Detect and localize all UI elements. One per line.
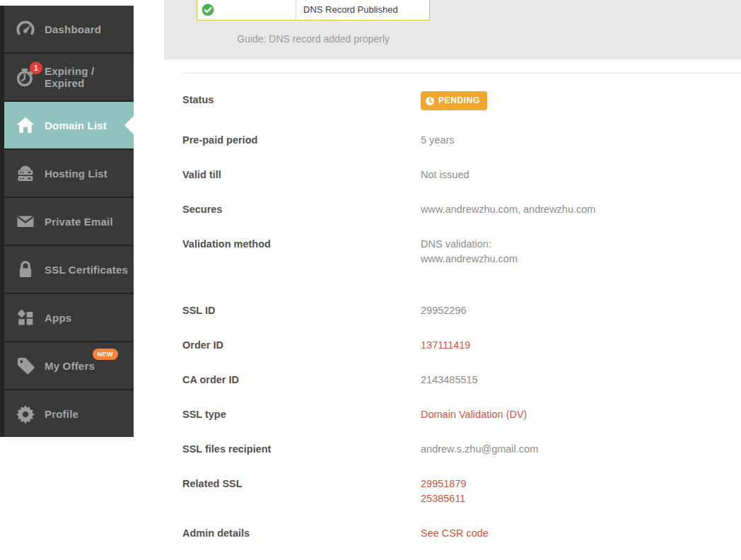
order-id-link[interactable]: 137111419	[421, 338, 470, 353]
detail-row-validation-method: Validation method DNS validation: www.an…	[182, 237, 727, 267]
sidebar-item-label: Domain List	[45, 119, 107, 132]
sidebar-item-label: My Offers	[45, 360, 95, 372]
clock-icon	[425, 96, 435, 106]
detail-row-ssl-id: SSL ID 29952296	[182, 303, 727, 318]
detail-label: Status	[182, 93, 421, 110]
envelope-icon	[15, 211, 36, 232]
sidebar-item-profile[interactable]: Profile	[4, 390, 134, 437]
server-icon	[15, 163, 36, 184]
detail-label: Admin details	[182, 526, 421, 541]
expiring-count-badge: 1	[30, 62, 42, 74]
sidebar-item-label: Apps	[45, 312, 71, 324]
validation-method-line: DNS validation:	[421, 237, 518, 252]
notification-panel: DNS Record Published Guide: DNS record a…	[164, 0, 741, 59]
detail-label: Order ID	[182, 338, 421, 353]
status-badge-text: PENDING	[438, 93, 480, 108]
detail-value: andrew.s.zhu@gmail.com	[421, 442, 538, 457]
detail-row-status: Status PENDING	[182, 93, 727, 110]
detail-value: DNS validation: www.andrewzhu.com	[421, 237, 518, 267]
home-icon	[15, 115, 36, 136]
divider	[182, 73, 741, 74]
detail-row-related-ssl: Related SSL 29951879 25385611	[182, 477, 727, 506]
sidebar-item-hosting-list[interactable]: Hosting List	[4, 150, 134, 197]
lock-icon	[15, 259, 36, 280]
detail-label: Related SSL	[182, 477, 421, 506]
detail-label: Pre-paid period	[182, 133, 421, 148]
see-csr-code-link[interactable]: See CSR code	[421, 526, 489, 541]
detail-label: Validation method	[182, 237, 421, 267]
detail-label: SSL type	[182, 407, 421, 422]
detail-value: Not issued	[421, 168, 469, 182]
detail-row-order-id: Order ID 137111419	[182, 338, 727, 353]
sidebar-item-private-email[interactable]: Private Email	[4, 198, 134, 245]
sidebar-item-dashboard[interactable]: Dashboard	[4, 6, 134, 52]
detail-row-secures: Secures www.andrewzhu.com, andrewzhu.com	[182, 202, 727, 217]
ssl-details: Status PENDING Pre-paid period 5 years V…	[182, 93, 727, 560]
ssl-type-link[interactable]: Domain Validation (DV)	[421, 407, 527, 422]
detail-row-ssl-files-recipient: SSL files recipient andrew.s.zhu@gmail.c…	[182, 442, 727, 457]
status-badge: PENDING	[421, 91, 487, 110]
gear-icon	[15, 403, 36, 424]
app-root: Dashboard 1 Expiring / Expired Domain Li…	[0, 0, 741, 560]
sidebar-item-ssl-certificates[interactable]: SSL Certificates	[4, 246, 134, 293]
sidebar-item-domain-list[interactable]: Domain List	[4, 102, 134, 148]
detail-label: Secures	[182, 202, 421, 217]
detail-row-ssl-type: SSL type Domain Validation (DV)	[182, 407, 727, 422]
detail-label: SSL ID	[182, 303, 421, 318]
detail-label: Valid till	[182, 168, 421, 182]
detail-value: 29952296	[421, 303, 467, 318]
sidebar-item-label: SSL Certificates	[45, 264, 128, 276]
green-check-icon	[202, 4, 214, 16]
dns-status-row: DNS Record Published	[197, 0, 430, 21]
sidebar-item-label: Profile	[45, 408, 78, 420]
detail-value: 2143485515	[421, 373, 478, 387]
sidebar-item-label: Hosting List	[45, 168, 107, 180]
detail-row-admin-details: Admin details See CSR code	[182, 526, 727, 541]
related-ssl-link-1[interactable]: 29951879	[421, 477, 467, 491]
dashboard-gauge-icon	[15, 18, 36, 40]
detail-row-prepaid-period: Pre-paid period 5 years	[182, 133, 727, 148]
new-badge: NEW	[93, 349, 119, 360]
detail-row-ca-order-id: CA order ID 2143485515	[182, 373, 727, 387]
sidebar-item-apps[interactable]: Apps	[4, 294, 134, 341]
detail-value: www.andrewzhu.com, andrewzhu.com	[421, 202, 595, 217]
sidebar-item-my-offers[interactable]: My Offers NEW	[4, 342, 134, 389]
sidebar-item-label: Dashboard	[45, 23, 101, 35]
tag-icon	[15, 355, 36, 376]
sidebar-item-label: Expiring / Expired	[45, 65, 134, 89]
sidebar-item-expiring-expired[interactable]: 1 Expiring / Expired	[4, 54, 134, 100]
dns-check-cell	[197, 0, 296, 20]
detail-label: CA order ID	[182, 373, 421, 387]
detail-row-valid-till: Valid till Not issued	[182, 168, 727, 182]
detail-value: 5 years	[421, 133, 455, 148]
related-ssl-link-2[interactable]: 25385611	[421, 491, 467, 506]
sidebar-item-label: Private Email	[45, 216, 113, 228]
stopwatch-icon: 1	[15, 66, 36, 88]
apps-grid-icon	[15, 307, 36, 328]
guide-text: Guide: DNS record added properly	[197, 33, 430, 45]
dns-record-status: DNS Record Published	[296, 0, 429, 20]
sidebar: Dashboard 1 Expiring / Expired Domain Li…	[0, 6, 134, 437]
detail-label: SSL files recipient	[182, 442, 421, 457]
validation-method-domain: www.andrewzhu.com	[421, 252, 518, 267]
